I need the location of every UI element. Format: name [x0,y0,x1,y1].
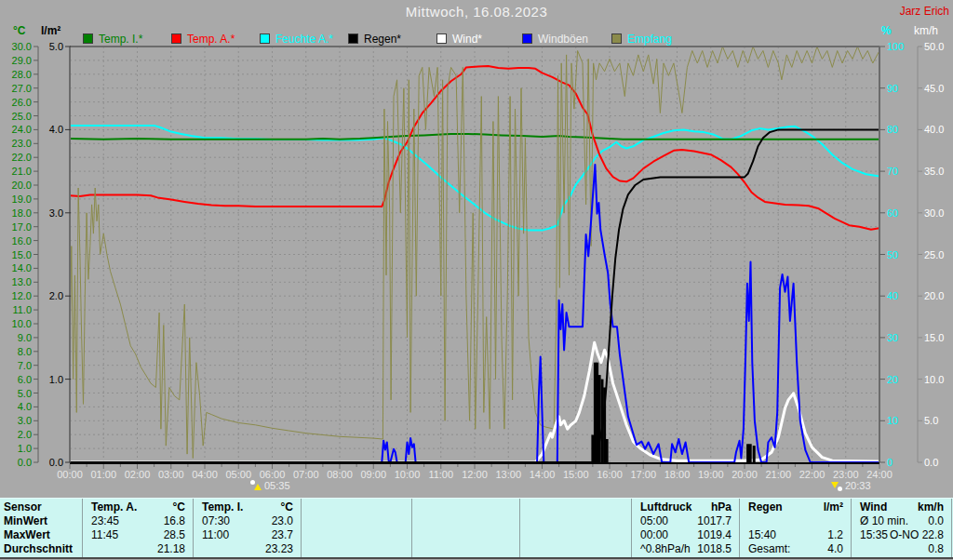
rain-axis-label: 1.0 [41,375,63,385]
table-col-empty-3 [519,499,631,557]
cell-right: O-NO 22.8 [890,528,944,542]
temp-axis-label: 13.0 [6,277,32,287]
cell-left: Temp. A. [91,500,137,514]
humidity-axis-label: 80 [887,125,911,135]
cell-left: Regen [748,500,783,514]
rain-bar [753,446,756,462]
temp-axis-label: 23.0 [6,139,32,149]
table-divider [951,499,952,557]
temp-axis-label: 21.0 [6,167,32,177]
rain-axis-label: 3.0 [41,208,63,219]
humidity-axis-label: 30 [887,333,911,343]
table-col-empty-1 [301,499,411,557]
time-label: 03:00 [153,469,190,480]
temp-axis-label: 2.0 [6,430,32,440]
temp-axis-label: 18.0 [6,208,32,219]
temp-axis-label: 16.0 [6,236,32,247]
sunrise-icon [250,480,263,492]
wind-axis-label: 20.0 [924,291,952,301]
cell-left: 00:00 [640,528,668,542]
humidity-axis-label: 50 [887,250,911,260]
rain-axis-label: 2.0 [41,291,63,301]
cell-right: °C [173,500,185,514]
cell-right: km/h [918,500,944,514]
time-label: 18:00 [659,469,696,480]
cell-right: 21.18 [157,542,185,556]
temp-axis-label: 8.0 [6,347,32,357]
humidity-axis-label: 20 [887,375,911,385]
wind-axis-label: 10.0 [924,375,952,385]
time-label: 17:00 [624,469,662,480]
rain-axis-label: 5.0 [41,42,63,52]
cell-left: 23:45 [91,514,119,528]
time-label: 08:00 [321,469,358,480]
wind-axis-label: 15.0 [924,333,952,343]
cell-left: 11:00 [202,528,229,542]
cell-right: 1.2 [827,528,843,542]
cell-right: 0.0 [928,514,944,528]
time-label: 19:00 [692,469,730,480]
temp-axis-label: 1.0 [6,444,32,454]
cell-left: Wind [860,500,887,514]
time-label: 09:00 [355,469,392,480]
humidity-axis-label: 90 [887,84,911,94]
rain-bar [749,444,752,462]
humidity-axis-label: 10 [887,416,911,426]
temp-axis-label: 4.0 [6,402,32,412]
table-col-temp-i: Temp. I.°C07:3023.011:0023.723.23 [193,499,301,557]
cell-right: hPa [711,500,732,514]
cell-left: Luftdruck [640,500,691,514]
table-col-temp-a: Temp. A.°C23:4516.811:4528.521.18 [82,499,193,557]
time-label: 24:00 [861,469,898,480]
temp-axis-label: 24.0 [6,125,32,135]
cell-left: 11:45 [91,528,118,542]
cell-right: °C [281,500,293,514]
time-label: 07:00 [288,469,325,480]
rain-bar [746,444,749,462]
cell-right: 16.8 [164,514,185,528]
time-label: 04:00 [186,469,223,480]
weather-app-screen: { "header": { "title": "Mittwoch, 16.08.… [0,0,953,560]
temp-axis-label: 30.0 [6,42,32,52]
sunset-time: 20:33 [845,480,871,491]
time-label: 12:00 [456,469,493,480]
temp-axis-label: 11.0 [6,305,32,315]
humidity-axis-label: 0 [887,458,911,468]
wind-axis-label: 5.0 [924,416,952,426]
wind-axis-label: 45.0 [924,84,952,94]
cell-right: 4.0 [827,542,843,556]
wind-axis-label: 0.0 [924,458,952,468]
table-col-wind: Windkm/hØ 10 min.0.015:35O-NO 22.80.8 [851,499,951,557]
cell-left: 05:00 [640,514,668,528]
cell-right: 1018.5 [697,542,732,556]
row-label: MaxWert [4,528,50,542]
humidity-axis-label: 70 [887,167,911,177]
cell-left: Gesamt: [748,542,790,556]
wind-axis-label: 35.0 [924,167,952,177]
row-label: MinWert [4,514,47,528]
cell-right: 1019.4 [697,528,732,542]
temp-axis-label: 27.0 [6,84,32,94]
rain-axis-label: 0.0 [41,458,63,468]
time-label: 00:00 [51,469,88,480]
cell-left: Temp. I. [202,500,243,514]
time-label: 05:00 [220,469,257,480]
temp-axis-label: 9.0 [6,333,32,343]
cell-left: 15:35 [860,528,888,542]
temp-axis-label: 7.0 [6,361,32,371]
temp-axis-label: 26.0 [6,98,32,108]
time-label: 13:00 [490,469,527,480]
temp-axis-label: 25.0 [6,112,32,122]
time-label: 14:00 [524,469,561,480]
temp-axis-label: 10.0 [6,319,32,329]
wind-axis-label: 50.0 [924,42,952,52]
table-col-empty-2 [411,499,519,557]
humidity-axis-label: 60 [887,208,911,219]
sunset-icon [831,480,844,492]
temp-axis-label: 29.0 [6,56,32,66]
cell-left: 15:40 [748,528,776,542]
cell-right: 1017.7 [697,514,732,528]
table-row-labels: SensorMinWertMaxWertDurchschnitt [0,499,82,557]
time-label: 23:00 [827,469,865,480]
time-label: 06:00 [254,469,291,480]
